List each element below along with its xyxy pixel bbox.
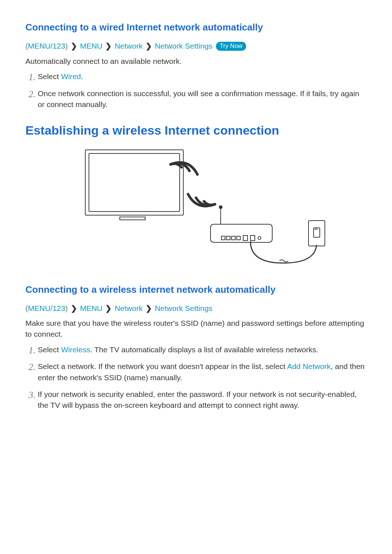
- step-number: 2.: [25, 360, 36, 374]
- svg-rect-2: [120, 217, 145, 220]
- step-text: If your network is security enabled, ent…: [38, 390, 357, 409]
- sec1-title: Connecting to a wired Internet network a…: [25, 22, 367, 33]
- path-menu123: MENU/123: [28, 42, 65, 50]
- sec2-main-title: Establishing a wireless Internet connect…: [25, 123, 367, 138]
- list-item: 2. Once network connection is successful…: [38, 88, 367, 110]
- svg-rect-10: [250, 235, 255, 241]
- path-network-settings: Network Settings: [155, 42, 213, 50]
- step-number: 1.: [25, 70, 36, 84]
- step-text: Select: [38, 72, 61, 81]
- svg-point-4: [219, 206, 222, 209]
- keyword-wireless: Wireless: [61, 345, 90, 354]
- sec3-intro: Make sure that you have the wireless rou…: [25, 318, 367, 340]
- sec1-intro: Automatically connect to an available ne…: [25, 56, 367, 67]
- keyword-wired: Wired: [61, 72, 81, 81]
- svg-rect-1: [89, 153, 180, 212]
- step-number: 2.: [25, 87, 36, 101]
- tv-icon: [85, 150, 183, 220]
- step-text: Select a network. If the network you wan…: [38, 362, 287, 370]
- list-item: 2. Select a network. If the network you …: [38, 361, 367, 383]
- path-network: Network: [115, 304, 143, 312]
- svg-rect-8: [237, 236, 240, 240]
- step-text: . The TV automatically displays a list o…: [90, 345, 318, 354]
- svg-rect-5: [221, 236, 225, 240]
- list-item: 1. Select Wireless. The TV automatically…: [38, 344, 367, 355]
- step-number: 1.: [25, 344, 36, 357]
- path-network-settings: Network Settings: [155, 304, 213, 312]
- svg-rect-0: [85, 150, 183, 215]
- path-menu: MENU: [80, 304, 102, 312]
- step-text: .: [81, 72, 83, 81]
- list-item: 1. Select Wired.: [38, 71, 367, 82]
- wireless-diagram: [25, 146, 367, 267]
- sec1-nav-path: (MENU/123) ❯ MENU ❯ Network ❯ Network Se…: [25, 42, 367, 51]
- sec3-nav-path: (MENU/123) ❯ MENU ❯ Network ❯ Network Se…: [25, 304, 367, 313]
- svg-rect-7: [232, 236, 235, 240]
- step-text: Select: [38, 345, 61, 354]
- step-text: Once network connection is successful, y…: [38, 89, 359, 108]
- manual-page: Connecting to a wired Internet network a…: [0, 0, 392, 554]
- keyword-add-network: Add Network: [287, 362, 331, 370]
- path-menu: MENU: [80, 42, 102, 50]
- wireless-diagram-svg: [62, 146, 330, 266]
- wall-outlet-icon: [309, 221, 325, 246]
- wifi-waves-icon: [171, 163, 215, 206]
- path-menu123: MENU/123: [28, 304, 65, 312]
- sec1-steps: 1. Select Wired. 2. Once network connect…: [25, 71, 367, 110]
- cable-icon: [250, 241, 317, 263]
- sec3-steps: 1. Select Wireless. The TV automatically…: [25, 344, 367, 411]
- svg-rect-6: [226, 236, 230, 240]
- sec3-title: Connecting to a wireless internet networ…: [25, 284, 367, 295]
- svg-rect-9: [243, 235, 248, 241]
- try-now-badge[interactable]: Try Now: [216, 42, 246, 51]
- router-icon: [211, 206, 272, 242]
- svg-point-11: [258, 237, 261, 239]
- step-number: 3.: [25, 388, 36, 402]
- list-item: 3. If your network is security enabled, …: [38, 389, 367, 411]
- svg-rect-12: [309, 221, 325, 246]
- path-network: Network: [115, 42, 143, 50]
